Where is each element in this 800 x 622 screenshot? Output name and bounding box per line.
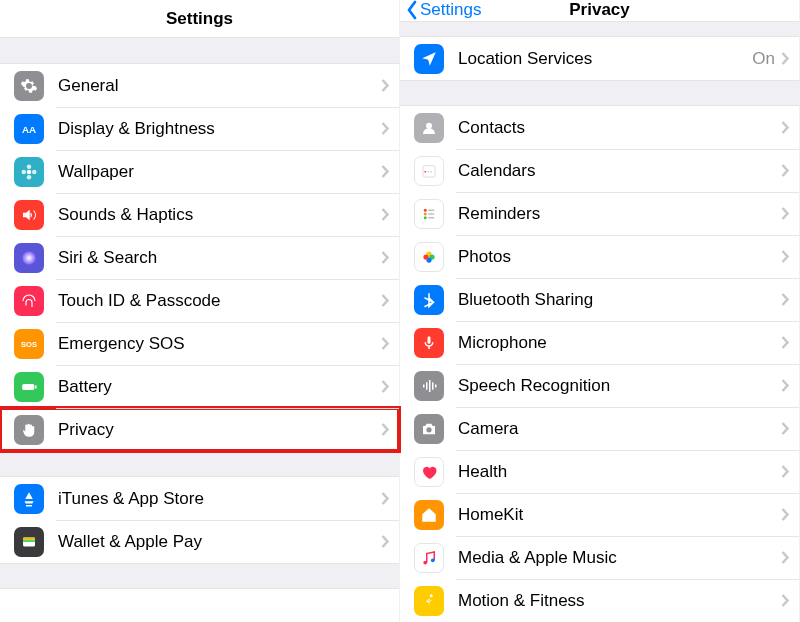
svg-point-4 [22,169,27,174]
row-photos[interactable]: Photos [400,235,799,278]
row-contacts[interactable]: Contacts [400,106,799,149]
wallet-icon [14,527,44,557]
privacy-panel: Settings Privacy Location ServicesOnCont… [400,0,800,622]
photos-icon [414,242,444,272]
svg-point-20 [424,216,427,219]
group-separator [400,80,799,106]
sos-icon: SOS [14,329,44,359]
svg-rect-29 [423,384,425,387]
group-separator [400,22,799,37]
location-icon [414,44,444,74]
row-health[interactable]: Health [400,450,799,493]
row-label: Wallet & Apple Pay [58,532,381,552]
svg-rect-8 [22,384,34,390]
music-icon [414,543,444,573]
chevron-right-icon [381,337,389,350]
row-wallet[interactable]: Wallet & Apple Pay [0,520,399,563]
chevron-right-icon [381,165,389,178]
chevron-right-icon [781,465,789,478]
svg-rect-12 [23,539,35,541]
row-touchid[interactable]: Touch ID & Passcode [0,279,399,322]
row-wallpaper[interactable]: Wallpaper [0,150,399,193]
row-sos[interactable]: SOSEmergency SOS [0,322,399,365]
camera-icon [414,414,444,444]
home-icon [414,500,444,530]
chevron-right-icon [381,535,389,548]
row-label: Battery [58,377,381,397]
svg-rect-30 [426,382,428,390]
svg-rect-11 [23,537,35,539]
row-location[interactable]: Location ServicesOn [400,37,799,80]
back-button[interactable]: Settings [406,0,481,21]
svg-point-18 [424,208,427,211]
flower-icon [14,157,44,187]
row-speech[interactable]: Speech Recognition [400,364,799,407]
gear-icon [14,71,44,101]
row-privacy[interactable]: Privacy [0,408,399,451]
chevron-right-icon [781,250,789,263]
svg-rect-31 [429,380,431,392]
svg-point-35 [423,560,427,564]
navbar-title: Privacy [569,0,630,20]
chevron-right-icon [781,551,789,564]
row-reminders[interactable]: Reminders [400,192,799,235]
row-media[interactable]: Media & Apple Music [400,536,799,579]
row-label: Sounds & Haptics [58,205,381,225]
row-label: Wallpaper [58,162,381,182]
svg-text:AA: AA [22,123,36,134]
row-label: Health [458,462,781,482]
chevron-right-icon [781,379,789,392]
row-label: iTunes & App Store [58,489,381,509]
svg-rect-21 [428,209,434,211]
settings-group: ContactsCalendarsRemindersPhotosBluetoot… [400,106,799,622]
row-general[interactable]: General [0,64,399,107]
row-label: Touch ID & Passcode [58,291,381,311]
chevron-right-icon [381,251,389,264]
row-homekit[interactable]: HomeKit [400,493,799,536]
calendar-icon [414,156,444,186]
chevron-right-icon [381,79,389,92]
row-label: Speech Recognition [458,376,781,396]
svg-point-13 [426,122,432,128]
hand-icon [14,415,44,445]
chevron-right-icon [781,164,789,177]
chevron-right-icon [381,208,389,221]
chevron-right-icon [781,594,789,607]
group-separator [0,451,399,477]
chevron-right-icon [381,122,389,135]
chevron-right-icon [381,492,389,505]
row-label: Calendars [458,161,781,181]
chevron-right-icon [781,336,789,349]
svg-point-6 [22,251,36,265]
navbar-privacy: Settings Privacy [400,0,799,22]
row-value: On [752,49,775,69]
row-camera[interactable]: Camera [400,407,799,450]
svg-rect-9 [35,385,37,388]
chevron-right-icon [381,423,389,436]
row-label: Camera [458,419,781,439]
svg-rect-15 [425,171,427,173]
row-motion[interactable]: Motion & Fitness [400,579,799,622]
wave-icon [414,371,444,401]
row-siri[interactable]: Siri & Search [0,236,399,279]
row-battery[interactable]: Battery [0,365,399,408]
row-display[interactable]: AADisplay & Brightness [0,107,399,150]
settings-group: iTunes & App StoreWallet & Apple Pay [0,477,399,563]
row-sounds[interactable]: Sounds & Haptics [0,193,399,236]
contacts-icon [414,113,444,143]
svg-point-27 [423,254,428,259]
svg-point-19 [424,212,427,215]
svg-rect-17 [431,171,433,173]
row-label: Media & Apple Music [458,548,781,568]
chevron-right-icon [781,293,789,306]
navbar-settings: Settings [0,0,399,38]
chevron-right-icon [781,508,789,521]
speaker-icon [14,200,44,230]
row-label: HomeKit [458,505,781,525]
row-label: General [58,76,381,96]
settings-panel: Settings GeneralAADisplay & BrightnessWa… [0,0,400,622]
row-bluetooth[interactable]: Bluetooth Sharing [400,278,799,321]
row-itunes[interactable]: iTunes & App Store [0,477,399,520]
row-calendars[interactable]: Calendars [400,149,799,192]
row-microphone[interactable]: Microphone [400,321,799,364]
